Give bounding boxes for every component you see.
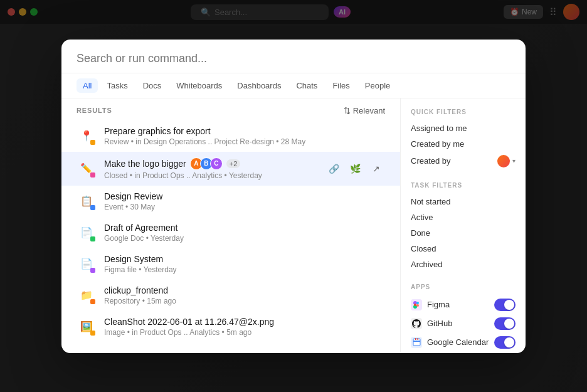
assign-action-button[interactable]: 🌿: [346, 160, 364, 177]
result-title-2: Make the logo bigger: [104, 159, 186, 169]
apps-section: APPS: [411, 283, 516, 353]
result-item-4[interactable]: 📄 Draft of Agreement Google Doc • Yester…: [61, 217, 400, 248]
tab-whiteboards[interactable]: Whiteboards: [170, 78, 228, 93]
filter-done[interactable]: Done: [411, 225, 516, 241]
tab-dashboards[interactable]: Dashboards: [231, 78, 287, 93]
github-label: GitHub: [427, 319, 452, 328]
tab-chats[interactable]: Chats: [290, 78, 324, 93]
result-icon-2: ✏️: [77, 159, 97, 179]
tab-people[interactable]: People: [359, 78, 396, 93]
result-content-3: Design Review Event • 30 May: [104, 191, 385, 211]
result-content-2: Make the logo bigger A B C +2 Closed • i…: [104, 157, 317, 180]
result-content-1: Prepare graphics for export Review • in …: [104, 126, 385, 146]
result-icon-1: 📍: [77, 126, 97, 146]
app-figma[interactable]: Figma: [411, 295, 516, 314]
result-meta-2: Closed • in Product Ops .. Analytics • Y…: [104, 171, 317, 180]
result-title-row-5: Design System: [104, 254, 385, 264]
result-item-2[interactable]: ✏️ Make the logo bigger A B C +2: [61, 152, 400, 186]
status-dot-6: [90, 299, 95, 304]
filter-assigned-to-me[interactable]: Assigned to me: [411, 120, 516, 136]
result-meta-6: Repository • 15m ago: [104, 297, 385, 305]
result-title-5: Design System: [104, 254, 163, 264]
result-item-6[interactable]: 📁 clickup_frontend Repository • 15m ago: [61, 280, 400, 311]
figma-label: Figma: [427, 300, 450, 309]
modal-body: RESULTS ⇅ Relevant 📍 Prepare graphics fo: [61, 98, 526, 353]
result-meta-1: Review • in Design Operations .. Project…: [104, 137, 385, 146]
filter-closed[interactable]: Closed: [411, 241, 516, 257]
filter-tabs: All Tasks Docs Whiteboards Dashboards Ch…: [61, 73, 526, 98]
created-by-label: Created by: [411, 156, 451, 166]
result-title-row-7: CleanShot 2022-06-01 at 11.26.47@2x.png: [104, 317, 385, 327]
filter-created-by-me[interactable]: Created by me: [411, 136, 516, 152]
apps-title: APPS: [411, 283, 516, 290]
figma-icon: [411, 299, 422, 310]
svg-rect-6: [413, 341, 420, 342]
created-by-me-label: Created by me: [411, 139, 464, 149]
tab-docs[interactable]: Docs: [137, 78, 168, 93]
svg-rect-8: [417, 338, 418, 340]
quick-filters-section: QUICK FILTERS Assigned to me Created by …: [411, 109, 516, 171]
tab-all[interactable]: All: [77, 78, 98, 93]
task-filters-section: TASK FILTERS Not started Active Done Clo…: [411, 182, 516, 272]
result-icon-4: 📄: [77, 223, 97, 243]
result-icon-7: 🖼️: [77, 317, 97, 337]
app-google-calendar[interactable]: Google Calendar: [411, 333, 516, 352]
results-panel: RESULTS ⇅ Relevant 📍 Prepare graphics fo: [61, 98, 400, 353]
filter-created-by[interactable]: Created by ▾: [411, 152, 516, 171]
search-input[interactable]: [77, 52, 510, 65]
google-calendar-label: Google Calendar: [427, 337, 489, 347]
result-title-row-2: Make the logo bigger A B C +2: [104, 157, 317, 170]
item-actions-2: 🔗 🌿 ↗: [325, 160, 385, 177]
tab-tasks[interactable]: Tasks: [100, 78, 134, 93]
result-icon-3: 📋: [77, 191, 97, 211]
filter-not-started[interactable]: Not started: [411, 194, 516, 209]
sort-icon: ⇅: [344, 106, 351, 115]
status-dot-4: [90, 236, 95, 241]
search-input-area: [61, 40, 526, 73]
app-google-drive[interactable]: Google Drive: [411, 352, 516, 353]
status-dot-5: [90, 268, 95, 273]
figma-toggle[interactable]: [494, 299, 516, 311]
sort-button[interactable]: ⇅ Relevant: [344, 106, 385, 115]
github-icon: [411, 318, 422, 329]
open-action-button[interactable]: ↗: [368, 160, 385, 177]
result-item-7[interactable]: 🖼️ CleanShot 2022-06-01 at 11.26.47@2x.p…: [61, 311, 400, 342]
result-item-1[interactable]: 📍 Prepare graphics for export Review • i…: [61, 120, 400, 152]
result-title-3: Design Review: [104, 191, 162, 201]
result-meta-7: Image • in Product Ops .. Analytics • 5m…: [104, 328, 385, 337]
search-modal: All Tasks Docs Whiteboards Dashboards Ch…: [61, 40, 526, 353]
result-title-7: CleanShot 2022-06-01 at 11.26.47@2x.png: [104, 317, 274, 327]
modal-overlay: All Tasks Docs Whiteboards Dashboards Ch…: [0, 0, 587, 392]
result-title-4: Draft of Agreement: [104, 223, 178, 233]
result-title-row-1: Prepare graphics for export: [104, 126, 385, 136]
quick-filters-title: QUICK FILTERS: [411, 109, 516, 115]
assigned-label: Assigned to me: [411, 124, 467, 133]
google-calendar-toggle[interactable]: [494, 336, 516, 349]
assignee-avatars-2: A B C: [190, 157, 223, 170]
result-meta-3: Event • 30 May: [104, 203, 385, 211]
status-dot-1: [90, 140, 95, 145]
tab-files[interactable]: Files: [326, 78, 356, 93]
created-by-avatar: [497, 155, 510, 167]
svg-point-4: [414, 304, 416, 306]
assignee-avatar-3: C: [210, 157, 223, 170]
results-label: RESULTS: [77, 107, 112, 114]
result-content-7: CleanShot 2022-06-01 at 11.26.47@2x.png …: [104, 317, 385, 337]
status-dot-2: [90, 172, 95, 177]
result-meta-4: Google Doc • Yesterday: [104, 234, 385, 243]
result-title-row-6: clickup_frontend: [104, 285, 385, 295]
link-action-button[interactable]: 🔗: [325, 160, 342, 177]
google-calendar-icon: [411, 337, 422, 348]
svg-rect-7: [415, 338, 416, 340]
github-toggle[interactable]: [494, 317, 516, 330]
status-dot-7: [90, 331, 95, 336]
app-github[interactable]: GitHub: [411, 314, 516, 333]
status-dot-3: [90, 205, 95, 210]
svg-point-3: [416, 304, 419, 307]
filter-active[interactable]: Active: [411, 209, 516, 225]
results-header: RESULTS ⇅ Relevant: [61, 106, 400, 120]
svg-rect-5: [413, 339, 420, 346]
filter-archived[interactable]: Archived: [411, 257, 516, 272]
result-item-5[interactable]: 📄 Design System Figma file • Yesterday: [61, 248, 400, 280]
result-item-3[interactable]: 📋 Design Review Event • 30 May: [61, 186, 400, 217]
